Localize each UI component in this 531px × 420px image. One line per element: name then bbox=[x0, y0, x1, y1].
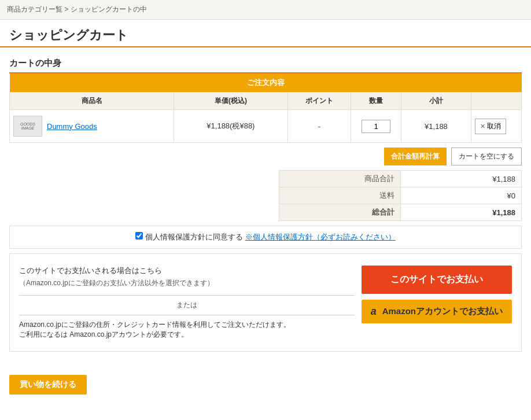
or-divider: または bbox=[19, 295, 355, 315]
privacy-row: 個人情報保護方針に同意する ※個人情報保護方針（必ずお読みください） bbox=[9, 226, 522, 249]
product-image bbox=[13, 116, 42, 137]
section-title: カートの中身 bbox=[9, 52, 522, 73]
summary-total-row: 総合計 ¥1,188 bbox=[279, 204, 522, 221]
or-label: または bbox=[176, 301, 197, 309]
product-qty-cell bbox=[351, 110, 401, 143]
order-table-header: ご注文内容 bbox=[10, 73, 522, 93]
cancel-button[interactable]: ✕ 取消 bbox=[475, 119, 506, 134]
x-icon: ✕ bbox=[480, 123, 485, 130]
bottom-bar: 買い物を続ける bbox=[0, 368, 531, 406]
product-cancel-cell: ✕ 取消 bbox=[471, 110, 521, 143]
privacy-text: 個人情報保護方針に同意する bbox=[145, 233, 243, 241]
breadcrumb: 商品カテゴリー覧 > ショッピングカートの中 bbox=[0, 0, 531, 20]
privacy-link[interactable]: ※個人情報保護方針（必ずお読みください） bbox=[245, 233, 396, 241]
privacy-checkbox[interactable] bbox=[135, 232, 143, 240]
clear-cart-button[interactable]: カートを空にする bbox=[451, 148, 522, 165]
summary-items-label: 商品合計 bbox=[279, 171, 401, 187]
qty-input[interactable] bbox=[362, 120, 390, 133]
site-pay-button[interactable]: このサイトでお支払い bbox=[362, 266, 512, 294]
site-pay-sub: （Amazon.co.jpにご登録のお支払い方法以外を選択できます） bbox=[19, 278, 355, 288]
col-header-name: 商品名 bbox=[10, 93, 174, 110]
col-header-qty: 数量 bbox=[351, 93, 401, 110]
order-table: ご注文内容 商品名 単価(税込) ポイント 数量 小計 Dummy Goods … bbox=[9, 73, 522, 143]
summary-shipping-row: 送料 ¥0 bbox=[279, 187, 522, 204]
amazon-pay-button[interactable]: a Amazonアカウントでお支払い bbox=[362, 300, 512, 323]
cart-actions: 合計金額再計算 カートを空にする bbox=[9, 148, 522, 165]
order-table-col-headers: 商品名 単価(税込) ポイント 数量 小計 bbox=[10, 93, 522, 110]
continue-shopping-button[interactable]: 買い物を続ける bbox=[9, 375, 87, 395]
breadcrumb-text: 商品カテゴリー覧 > ショッピングカートの中 bbox=[7, 5, 147, 13]
product-cell: Dummy Goods bbox=[10, 110, 174, 143]
summary-shipping-value: ¥0 bbox=[400, 187, 522, 204]
payment-left: このサイトでお支払いされる場合はこちら （Amazon.co.jpにご登録のお支… bbox=[19, 266, 355, 340]
cancel-label: 取消 bbox=[487, 121, 501, 131]
summary-items-value: ¥1,188 bbox=[400, 171, 522, 187]
table-row: Dummy Goods ¥1,188(税¥88) - ¥1,188 ✕ 取消 bbox=[10, 110, 522, 143]
summary-shipping-label: 送料 bbox=[279, 187, 401, 204]
col-header-points: ポイント bbox=[287, 93, 351, 110]
payment-section: このサイトでお支払いされる場合はこちら （Amazon.co.jpにご登録のお支… bbox=[9, 253, 522, 352]
product-points: - bbox=[287, 110, 351, 143]
page-title: ショッピングカート bbox=[0, 20, 531, 47]
summary-table: 商品合計 ¥1,188 送料 ¥0 総合計 ¥1,188 bbox=[279, 170, 522, 221]
product-link[interactable]: Dummy Goods bbox=[47, 122, 97, 131]
summary-items-row: 商品合計 ¥1,188 bbox=[279, 171, 522, 187]
summary-total-value: ¥1,188 bbox=[400, 204, 522, 221]
payment-right: このサイトでお支払い a Amazonアカウントでお支払い bbox=[362, 266, 512, 323]
amazon-pay-label: Amazonアカウントでお支払い bbox=[382, 306, 503, 317]
product-subtotal: ¥1,188 bbox=[401, 110, 471, 143]
amazon-logo-icon: a bbox=[371, 305, 377, 318]
product-price: ¥1,188(税¥88) bbox=[174, 110, 288, 143]
col-header-subtotal: 小計 bbox=[401, 93, 471, 110]
recalc-button[interactable]: 合計金額再計算 bbox=[384, 148, 447, 165]
summary-area: 商品合計 ¥1,188 送料 ¥0 総合計 ¥1,188 bbox=[9, 170, 522, 221]
col-header-action bbox=[471, 93, 521, 110]
order-table-header-row: ご注文内容 bbox=[10, 73, 522, 93]
site-pay-text: このサイトでお支払いされる場合はこちら bbox=[19, 266, 355, 276]
col-header-price: 単価(税込) bbox=[174, 93, 288, 110]
amazon-pay-desc: Amazon.co.jpにご登録の住所・クレジットカード情報を利用してご注文いた… bbox=[19, 320, 355, 340]
summary-total-label: 総合計 bbox=[279, 204, 401, 221]
